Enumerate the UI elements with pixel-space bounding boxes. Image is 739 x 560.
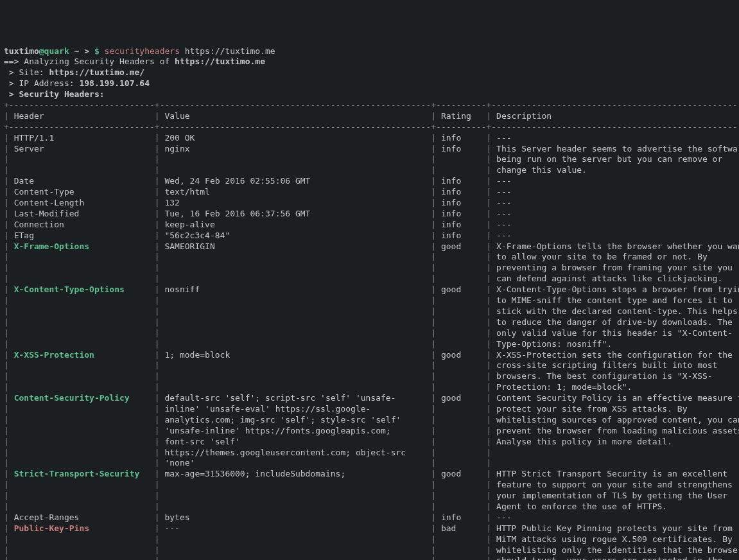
table-row: | | | | Protection: 1; mode=block". |	[4, 382, 739, 392]
table-header-row: | Header | Value | Rating | Description …	[4, 111, 739, 121]
table-row: | | | | feature to support on your site …	[4, 480, 739, 489]
table-row: | | | | only valid value for this header…	[4, 328, 739, 338]
table-row: | X-Frame-Options | SAMEORIGIN | good | …	[4, 241, 739, 251]
analyzing-url: https://tuxtimo.me	[175, 57, 265, 66]
table-row: | | | | your implementation of TLS by ge…	[4, 491, 739, 500]
table-row: | ETag | "56c2c3c4-84" | info | --- |	[4, 231, 739, 240]
table-row: | Public-Key-Pins | --- | bad | HTTP Pub…	[4, 523, 739, 533]
table-row: | | | | Agent to enforce the use of HTTP…	[4, 502, 739, 511]
prompt-path: ~ >	[69, 46, 94, 56]
table-row: | Date | Wed, 24 Feb 2016 02:55:06 GMT |…	[4, 176, 739, 186]
table-row: | | analytics.com; img-src 'self'; style…	[4, 415, 739, 424]
prompt-user: tuxtimo	[4, 46, 39, 56]
table-row: | | https://themes.googleusercontent.com…	[4, 448, 739, 457]
security-headers-label: > Security Headers:	[4, 89, 105, 99]
ip-line: > IP Address: 198.199.107.64	[4, 78, 150, 88]
table-row: | X-Content-Type-Options | nosniff | goo…	[4, 284, 739, 294]
table-row: | Content-Security-Policy | default-src …	[4, 393, 739, 403]
ip-value: 198.199.107.64	[79, 78, 150, 88]
table-row: | | 'unsafe-inline' https://fonts.google…	[4, 426, 739, 435]
table-row: | | | | stick with the declared content-…	[4, 306, 739, 316]
table-row: | | | | can defend against attacks like …	[4, 274, 739, 283]
table-row: | | font-src 'self' | | Analyse this pol…	[4, 437, 739, 446]
table-row: | | | | to allow your site to be framed …	[4, 252, 739, 261]
command-arg: https://tuxtimo.me	[180, 46, 275, 56]
table-row: | HTTP/1.1 | 200 OK | info | --- |	[4, 133, 739, 143]
table-row: | X-XSS-Protection | 1; mode=block | goo…	[4, 350, 739, 360]
table-separator: +-----------------------------+---------…	[4, 100, 739, 110]
table-row: | | 'none' | | |	[4, 458, 739, 468]
table-row: | | | | being run on the server but you …	[4, 154, 739, 164]
command-name: securityheaders	[105, 46, 180, 56]
terminal-output[interactable]: tuxtimo@quark ~ > $ securityheaders http…	[4, 46, 735, 560]
table-row: | | inline' 'unsafe-eval' https://ssl.go…	[4, 404, 739, 414]
table-row: | Content-Type | text/html | info | --- …	[4, 187, 739, 197]
table-separator: +-----------------------------+---------…	[4, 122, 739, 132]
prompt-dollar: $	[94, 46, 105, 56]
site-value: https://tuxtimo.me/	[49, 67, 144, 77]
analyzing-line: ==> Analyzing Security Headers of https:…	[4, 57, 265, 66]
table-row: | Server | nginx | info | This Server he…	[4, 144, 739, 153]
table-row: | | | | whitelisting only the identities…	[4, 545, 739, 555]
table-row: | | | | cross-site scripting filters bui…	[4, 360, 739, 370]
table-row: | | | | preventing a browser from framin…	[4, 263, 739, 272]
table-row: | | | | to reduce the danger of drive-by…	[4, 317, 739, 327]
table-row: | Strict-Transport-Security | max-age=31…	[4, 469, 739, 478]
table-row: | Last-Modified | Tue, 16 Feb 2016 06:37…	[4, 209, 739, 218]
site-line: > Site: https://tuxtimo.me/	[4, 67, 144, 77]
table-row: | Content-Length | 132 | info | --- |	[4, 198, 739, 207]
table-row: | | | | Type-Options: nosniff". |	[4, 339, 739, 349]
prompt-line: tuxtimo@quark ~ > $ securityheaders http…	[4, 46, 275, 56]
table-row: | | | | change this value. |	[4, 165, 739, 175]
table-row: | Accept-Ranges | bytes | info | --- |	[4, 512, 739, 522]
table-row: | | | | MiTM attacks using rogue X.509 c…	[4, 534, 739, 544]
table-row: | Connection | keep-alive | info | --- |	[4, 220, 739, 229]
prompt-host: @quark	[39, 46, 69, 56]
table-row: | | | | should trust, your users are pro…	[4, 556, 739, 560]
table-row: | | | | to MIME-sniff the content type a…	[4, 295, 739, 305]
table-row: | | | | browsers. The best configuration…	[4, 371, 739, 381]
